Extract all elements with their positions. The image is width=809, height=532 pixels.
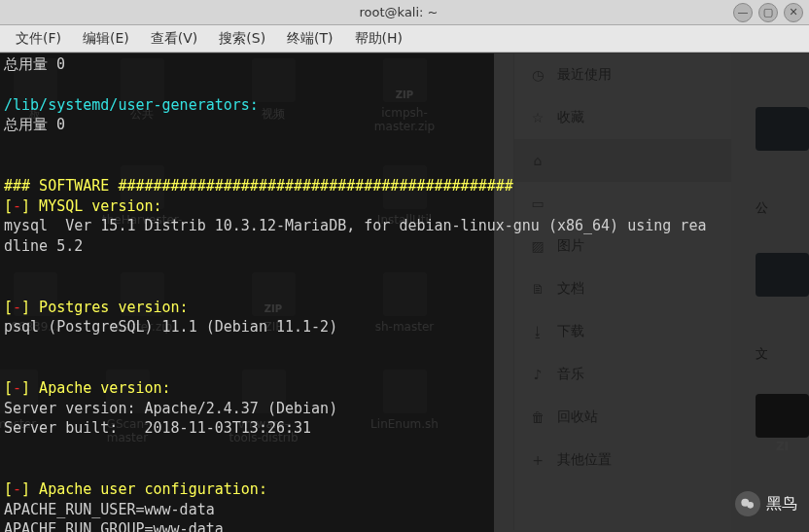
- watermark: 黑鸟: [735, 491, 797, 516]
- terminal-dash: -: [13, 299, 21, 316]
- terminal-line: 总用量 0: [4, 116, 65, 133]
- svg-point-1: [747, 502, 754, 509]
- terminal-line: APACHE_RUN_GROUP=www-data: [4, 520, 224, 532]
- maximize-button[interactable]: ▢: [758, 3, 778, 22]
- menu-file[interactable]: 文件(F): [6, 27, 71, 51]
- window-title: root@kali: ~: [64, 5, 733, 19]
- terminal-bracket: [: [4, 480, 13, 498]
- wechat-icon: [735, 491, 760, 516]
- close-button[interactable]: ✕: [784, 3, 803, 22]
- terminal-line: /lib/systemd/user-generators:: [4, 96, 259, 114]
- terminal-line: 总用量 0: [4, 55, 65, 73]
- terminal-line: mysql Ver 15.1 Distrib 10.3.12-MariaDB, …: [4, 217, 706, 234]
- terminal-line: ] MYSQL version:: [21, 197, 162, 215]
- terminal-line: Server built: 2018-11-03T13:26:31: [4, 419, 311, 437]
- terminal-line: ########################################…: [118, 177, 512, 195]
- terminal-line: psql (PostgreSQL) 11.1 (Debian 11.1-2): [4, 318, 337, 336]
- menu-terminal[interactable]: 终端(T): [277, 27, 342, 51]
- menu-edit[interactable]: 编辑(E): [73, 27, 139, 51]
- terminal-window: root@kali: ~ — ▢ ✕ 文件(F) 编辑(E) 查看(V) 搜索(…: [0, 0, 809, 532]
- terminal-bracket: [: [4, 379, 13, 397]
- menu-view[interactable]: 查看(V): [141, 27, 208, 51]
- watermark-text: 黑鸟: [766, 494, 797, 514]
- terminal-line: ] Apache version:: [21, 379, 171, 397]
- minimize-button[interactable]: —: [733, 3, 753, 22]
- terminal-output[interactable]: 总用量 0 /lib/systemd/user-generators: 总用量 …: [0, 53, 809, 532]
- terminal-line: dline 5.2: [4, 237, 83, 255]
- terminal-line: Server version: Apache/2.4.37 (Debian): [4, 400, 337, 417]
- menu-search[interactable]: 搜索(S): [209, 27, 275, 51]
- menubar: 文件(F) 编辑(E) 查看(V) 搜索(S) 终端(T) 帮助(H): [0, 25, 809, 53]
- terminal-line: ### SOFTWARE: [4, 177, 118, 195]
- terminal-dash: -: [13, 480, 21, 498]
- terminal-dash: -: [13, 379, 21, 397]
- terminal-line: ] Postgres version:: [21, 299, 189, 316]
- terminal-bracket: [: [4, 299, 13, 316]
- titlebar[interactable]: root@kali: ~ — ▢ ✕: [0, 0, 809, 25]
- terminal-line: ] Apache user configuration:: [21, 480, 267, 498]
- menu-help[interactable]: 帮助(H): [345, 27, 412, 51]
- terminal-bracket: [: [4, 197, 13, 215]
- terminal-dash: -: [13, 197, 21, 215]
- terminal-line: APACHE_RUN_USER=www-data: [4, 501, 215, 518]
